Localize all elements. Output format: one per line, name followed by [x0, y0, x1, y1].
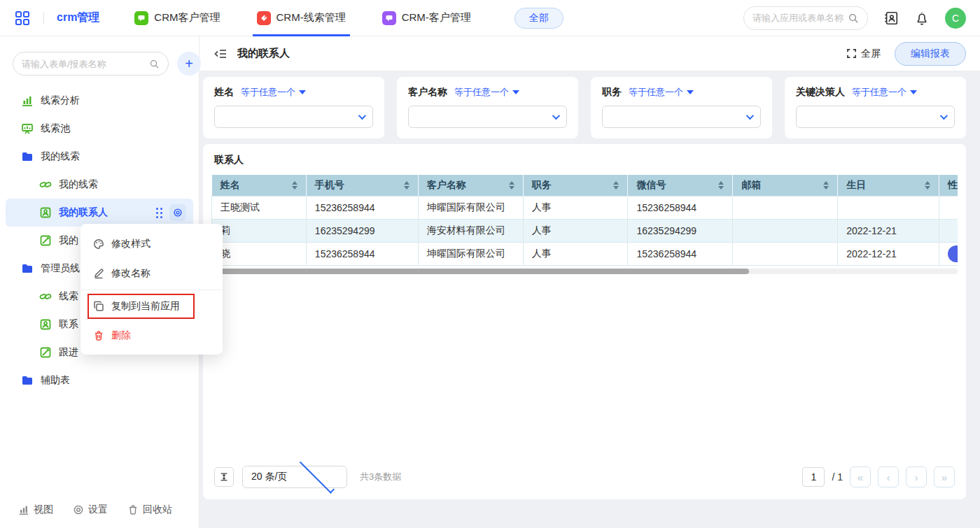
column-header-position[interactable]: 职务 — [523, 175, 628, 196]
filter-value-select[interactable] — [408, 106, 567, 128]
chevron-down-icon — [300, 458, 335, 493]
all-apps-button[interactable]: 全部 — [514, 8, 564, 29]
edit-report-button[interactable]: 编辑报表 — [895, 42, 966, 66]
menu-item-label: 修改样式 — [111, 238, 150, 250]
sort-icon[interactable] — [823, 181, 829, 190]
palette-icon — [93, 238, 104, 250]
filter-operator[interactable]: 等于任意一个 — [241, 86, 306, 99]
menu-item-rename[interactable]: 修改名称 — [80, 259, 223, 288]
filter-operator[interactable]: 等于任意一个 — [629, 86, 694, 99]
sort-icon[interactable] — [925, 181, 930, 190]
sidebar-item-label: 线索池 — [41, 122, 70, 135]
search-icon — [848, 13, 859, 24]
sidebar-footer: 视图 设置 回收站 — [0, 492, 199, 528]
folder-icon — [21, 374, 34, 387]
recycle-bin-label: 回收站 — [143, 504, 172, 516]
sort-icon[interactable] — [404, 181, 410, 190]
sidebar-item-my-leads[interactable]: 我的线索 — [0, 171, 199, 199]
menu-item-label: 复制到当前应用 — [111, 300, 180, 313]
horizontal-scrollbar[interactable] — [211, 269, 958, 274]
copy-icon — [93, 301, 104, 312]
tab-crm-lead-mgmt[interactable]: CRM-线索管理 — [257, 0, 346, 36]
menu-item-label: 删除 — [111, 329, 131, 342]
fullscreen-button[interactable]: 全屏 — [846, 48, 881, 60]
column-header-gender[interactable]: 性别 — [939, 175, 958, 196]
chevron-down-icon — [358, 112, 366, 120]
form-pen-icon — [39, 234, 52, 247]
column-header-name[interactable]: 姓名 — [212, 175, 307, 196]
filter-card-customer: 客户名称 等于任意一个 — [397, 77, 578, 138]
last-page-button[interactable]: » — [934, 466, 955, 487]
bar-chart-icon — [18, 504, 29, 515]
column-header-birthday[interactable]: 生日 — [838, 175, 939, 196]
item-settings-gear-icon[interactable] — [169, 204, 186, 221]
tab-crm-client-mgmt[interactable]: CRM-客户管理 — [382, 0, 471, 36]
sidebar-item-lead-analysis[interactable]: 线索分析 — [0, 87, 199, 115]
bar-chart-icon — [21, 94, 34, 107]
filter-card-key-decision-maker: 关键决策人 等于任意一个 — [785, 77, 966, 138]
menu-item-copy-to-app[interactable]: 复制到当前应用 — [80, 292, 223, 321]
address-book-icon[interactable] — [883, 10, 899, 26]
sort-icon[interactable] — [613, 181, 619, 190]
collapse-sidebar-icon[interactable] — [214, 47, 227, 61]
global-search-input[interactable] — [752, 13, 844, 23]
sidebar-item-label: 我的线索 — [41, 150, 80, 163]
column-header-wechat[interactable]: 微信号 — [628, 175, 733, 196]
page-size-select[interactable]: 20 条/页 — [242, 466, 347, 488]
table-row[interactable]: 王晓测试 15236258944 坤曜国际有限公司 人事 15236258944 — [212, 196, 958, 219]
app-icon-green — [134, 11, 148, 25]
notification-bell-icon[interactable] — [914, 10, 930, 26]
page-number-input[interactable] — [802, 467, 825, 487]
menu-item-delete[interactable]: 删除 — [80, 321, 223, 350]
sidebar-search-input[interactable] — [22, 59, 145, 69]
menu-item-edit-style[interactable]: 修改样式 — [80, 229, 223, 259]
apps-grid-icon[interactable] — [14, 10, 31, 27]
page-total-text: / 1 — [832, 471, 843, 483]
column-header-customer[interactable]: 客户名称 — [418, 175, 523, 196]
sidebar-folder-aux-tables[interactable]: 辅助表 — [0, 366, 199, 394]
sidebar-search[interactable] — [13, 52, 169, 76]
tab-crm-customer-mgmt[interactable]: CRM客户管理 — [134, 0, 220, 36]
sidebar-folder-my-leads[interactable]: 我的线索 — [0, 143, 199, 171]
column-header-phone[interactable]: 手机号 — [306, 175, 418, 196]
filter-value-select[interactable] — [214, 106, 373, 128]
scrollbar-thumb[interactable] — [211, 269, 749, 274]
sidebar: + 线索分析 线索池 我的线索 — [0, 36, 200, 528]
filter-field-label: 姓名 — [214, 86, 234, 99]
filter-value-select[interactable] — [796, 106, 955, 128]
sidebar-item-label: 线索 — [59, 290, 78, 303]
next-page-button[interactable]: › — [906, 466, 927, 487]
prev-page-button[interactable]: ‹ — [878, 466, 899, 487]
sidebar-item-label: 线索分析 — [41, 94, 80, 107]
filter-operator[interactable]: 等于任意一个 — [852, 86, 917, 99]
add-form-button[interactable]: + — [177, 52, 201, 76]
sort-icon[interactable] — [292, 181, 298, 190]
column-header-email[interactable]: 邮箱 — [733, 175, 838, 196]
first-page-button[interactable]: « — [850, 466, 871, 487]
filter-value-select[interactable] — [602, 106, 761, 128]
filter-operator[interactable]: 等于任意一个 — [454, 86, 519, 99]
workspace-title[interactable]: crm管理 — [57, 10, 99, 25]
tab-label: CRM-客户管理 — [402, 11, 471, 24]
recycle-bin-button[interactable]: 回收站 — [127, 504, 172, 516]
global-search[interactable] — [743, 6, 868, 30]
form-pen-icon — [39, 346, 52, 359]
table-row[interactable]: 莉 16235294299 海安材料有限公司 人事 16235294299 20… — [212, 219, 958, 242]
sort-icon[interactable] — [509, 181, 514, 190]
user-avatar[interactable]: C — [945, 8, 966, 29]
fullscreen-label: 全屏 — [861, 48, 881, 60]
table-row[interactable]: 晓 15236258944 坤曜国际有限公司 人事 15236258944 20… — [212, 242, 958, 265]
app-icon-red — [257, 11, 271, 25]
sidebar-item-label: 我的线索 — [59, 178, 98, 191]
folder-icon — [21, 262, 34, 275]
caret-down-icon — [687, 90, 694, 94]
views-button[interactable]: 视图 — [18, 504, 53, 516]
fit-row-height-button[interactable] — [214, 467, 234, 487]
table-title: 联系人 — [214, 154, 958, 166]
sidebar-item-lead-pool[interactable]: 线索池 — [0, 115, 199, 143]
app-icon-purple — [382, 11, 396, 25]
sidebar-item-my-contacts[interactable]: 我的联系人 — [6, 199, 193, 227]
sort-icon[interactable] — [718, 181, 724, 190]
drag-handle-icon[interactable] — [156, 208, 162, 218]
settings-button[interactable]: 设置 — [73, 504, 108, 516]
